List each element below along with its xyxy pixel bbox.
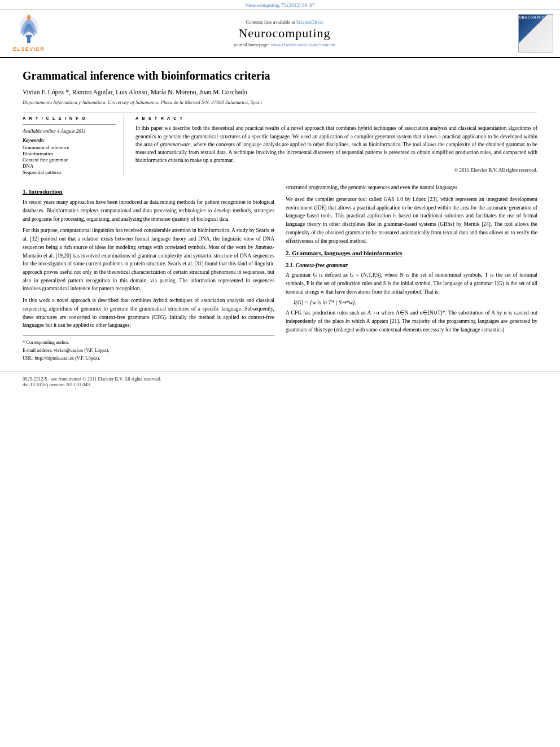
section2-title: 2. Grammars, languages and bioinformatic…: [286, 250, 537, 256]
authors: Vivian F. López *, Ramiro Aguilar, Luis …: [23, 88, 537, 97]
url-footnote: URL: http://fdptoia.usal.es (V.F. López)…: [23, 355, 274, 362]
keyword-sequential-patterns: Sequential patterns: [23, 169, 116, 175]
homepage-line: journal homepage: www.elsevier.com/locat…: [56, 42, 513, 47]
section2-para2: A CFG has production rules such as A→α w…: [286, 309, 537, 334]
svg-point-3: [27, 15, 30, 20]
divider-1: [23, 112, 537, 112]
keyword-dna: DNA: [23, 163, 116, 169]
article-title: Grammatical inference with bioinformatic…: [23, 68, 537, 83]
section1-para2: For this purpose, computational linguist…: [23, 226, 274, 293]
elsevier-wordmark: ELSEVIER: [7, 46, 51, 52]
issn-line: 0925-2312/$ - see front matter © 2011 El…: [23, 376, 537, 382]
affiliation: Departamento Informática y Automática, U…: [23, 99, 537, 105]
keyword-bioinformatics: Bioinformatics: [23, 151, 116, 156]
keyword-grammatical-inference: Grammatical inference: [23, 145, 116, 150]
section1-right-para1: structured programming, the genomic sequ…: [286, 184, 537, 192]
footnote-area: * Corresponding author. E-mail address: …: [23, 335, 274, 362]
keywords-heading: Keywords:: [23, 137, 116, 143]
bottom-bar: 0925-2312/$ - see front matter © 2011 El…: [0, 371, 560, 390]
keyword-context-free-grammar: Context free grammar: [23, 157, 116, 163]
article-info-heading: A R T I C L E I N F O: [23, 116, 116, 121]
email-footnote: E-mail address: vivian@usal.es (V.F. Lóp…: [23, 347, 274, 354]
body-left-column: 1. Introduction In recent years many app…: [23, 184, 274, 362]
elsevier-tree-icon: [15, 15, 43, 44]
journal-thumb-text: NEUROCOMPUTING: [518, 15, 553, 20]
math-formula-1: I(G) = {w is in T* | S⇒*w}.: [294, 299, 537, 305]
doi-line: doi:10.1016/j.neucom.2011.03.049: [23, 382, 537, 387]
svg-rect-2: [26, 35, 32, 37]
grammarware-term: grammarware: [160, 142, 190, 147]
section2-para1: A grammar G is defined as G = (N,T,P,S),…: [286, 271, 537, 296]
abstract-heading: A B S T R A C T: [135, 116, 537, 121]
section1-para3: In this work a novel approach is describ…: [23, 296, 274, 330]
main-content: Grammatical inference with bioinformatic…: [0, 58, 560, 371]
homepage-link[interactable]: www.elsevier.com/locate/neucom: [270, 42, 335, 47]
journal-info-center: Contents lists available at ScienceDirec…: [56, 19, 513, 47]
article-info-column: A R T I C L E I N F O Available online 4…: [23, 116, 124, 176]
abstract-text: In this paper we describe both the theor…: [135, 124, 537, 164]
sciencedirect-line: Contents lists available at ScienceDirec…: [56, 19, 513, 25]
sciencedirect-link[interactable]: ScienceDirect: [296, 19, 323, 25]
section2-1-title: 2.1. Context-free grammar: [286, 262, 537, 268]
body-right-column: structured programming, the genomic sequ…: [286, 184, 537, 362]
article-info-abstract-section: A R T I C L E I N F O Available online 4…: [23, 116, 537, 176]
available-date: Available online 4 August 2011: [23, 128, 116, 134]
section1-para1: In recent years many approaches have bee…: [23, 198, 274, 223]
copyright-notice: © 2011 Elsevier B.V. All rights reserved…: [135, 167, 537, 173]
section1-right-para2: We used the compiler generator tool call…: [286, 195, 537, 245]
elsevier-logo: ELSEVIER: [7, 15, 51, 52]
divider-2: [23, 124, 116, 125]
journal-thumbnail: NEUROCOMPUTING: [518, 14, 553, 53]
journal-title: Neurocomputing: [56, 26, 513, 41]
abstract-column: A B S T R A C T In this paper we describ…: [135, 116, 537, 176]
journal-citation: Neurocomputing 75 (2012) 88–97: [0, 0, 560, 10]
journal-header: ELSEVIER Contents lists available at Sci…: [0, 10, 560, 58]
section1-title: 1. Introduction: [23, 188, 274, 195]
body-content: 1. Introduction In recent years many app…: [23, 184, 537, 362]
corresponding-author-note: * Corresponding author.: [23, 339, 274, 346]
